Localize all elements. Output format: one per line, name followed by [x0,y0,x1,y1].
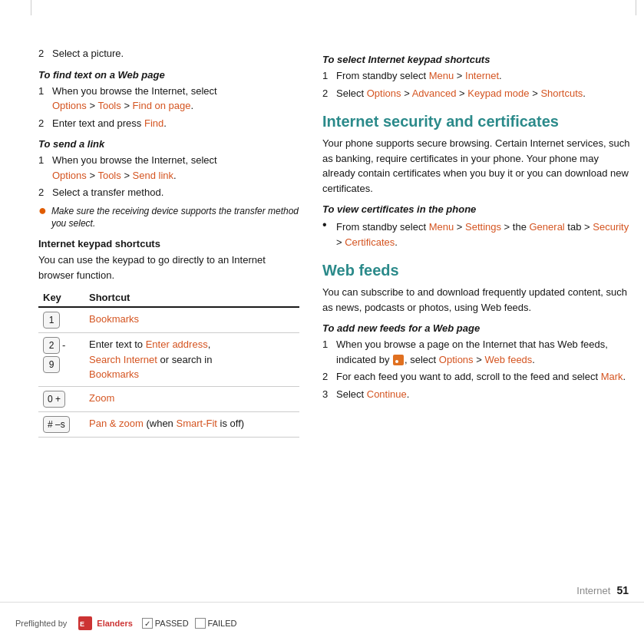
page: 2 Select a picture. To find text on a We… [0,0,644,644]
find-text-title: To find text on a Web page [38,69,299,81]
find-step-1: 1 When you browse the Internet, select O… [38,84,299,114]
bullet-icon: • [322,218,332,249]
warning-note: ● Make sure the receiving device support… [38,205,299,231]
security-link[interactable]: Security [593,221,629,233]
col-key: Key [38,289,84,307]
find-on-page-link[interactable]: Find on page [133,100,191,111]
note-text: Make sure the receiving device supports … [51,205,299,231]
key-badge: 9 [43,356,60,373]
left-column: 2 Select a picture. To find text on a We… [38,46,299,598]
tools-link[interactable]: Tools [97,100,121,111]
failed-checkbox [195,618,206,629]
svg-text:E: E [80,620,84,628]
select-step-1: 1 From standby select Menu > Internet. [322,68,632,84]
general-link[interactable]: General [530,221,565,233]
key-badge: 2 [43,337,60,354]
settings-link[interactable]: Settings [465,221,501,233]
step-number: 2 [38,185,49,200]
mark-link[interactable]: Mark [601,371,623,382]
failed-badge: FAILED [195,618,237,629]
table-row: 1 Bookmarks [38,307,299,333]
send-link-title: To send a link [38,138,299,150]
view-certs-title: To view certificates in the phone [322,203,632,215]
shortcuts-link[interactable]: Shortcuts [540,88,583,99]
menu-link[interactable]: Menu [429,221,454,233]
page-number-area: Internet 51 [576,584,629,596]
keypad-mode-link[interactable]: Keypad mode [467,88,529,99]
passed-label: PASSED [155,619,189,628]
key-cell: 0 + [38,386,84,411]
send-step-1: 1 When you browse the Internet, select O… [38,153,299,183]
top-mark-right [636,0,636,15]
send-step-2: 2 Select a transfer method. [38,185,299,200]
passed-checkbox: ✓ [142,618,153,629]
step-number: 2 [38,46,49,61]
add-feeds-title: To add new feeds for a Web page [322,322,632,334]
step-text: Select a transfer method. [52,185,299,200]
table-row: 2 - 9 Enter text to Enter address, Searc… [38,333,299,387]
step-2-select-picture: 2 Select a picture. [38,46,299,61]
step-number: 1 [38,84,49,114]
key-cell: 2 - 9 [38,333,84,387]
table-row: 0 + Zoom [38,386,299,411]
menu-link[interactable]: Menu [429,70,454,81]
find-link[interactable]: Find [144,117,163,129]
section-label: Internet [576,585,610,596]
bookmarks-link[interactable]: Bookmarks [89,313,139,325]
continue-link[interactable]: Continue [367,388,407,400]
zoom-link[interactable]: Zoom [89,392,114,404]
internet-security-heading: Internet security and certificates [322,111,632,131]
keypad-body: You can use the keypad to go directly to… [38,253,299,282]
step-text: Select Continue. [336,387,632,402]
step-text: From standby select Menu > Internet. [336,68,632,84]
preflight-label: Preflighted by E Elanders [15,616,133,630]
key-cell: # –s [38,411,84,437]
search-internet-link[interactable]: Search Internet [89,354,157,365]
table-row: # –s Pan & zoom (when Smart-Fit is off) [38,411,299,437]
table-header-row: Key Shortcut [38,289,299,307]
shortcut-cell: Enter text to Enter address, Search Inte… [84,333,299,387]
tools-link[interactable]: Tools [97,170,121,181]
web-feeds-link[interactable]: Web feeds [484,354,532,365]
add-step-3: 3 Select Continue. [322,387,632,402]
shortcut-cell: Pan & zoom (when Smart-Fit is off) [84,411,299,437]
add-step-1: 1 When you browse a page on the Internet… [322,337,632,367]
smart-fit-link[interactable]: Smart-Fit [176,418,216,429]
failed-label: FAILED [208,619,237,628]
view-certs-bullet: • From standby select Menu > Settings > … [322,220,632,249]
select-shortcuts-title: To select Internet keypad shortcuts [322,54,632,65]
web-feeds-heading: Web feeds [322,260,632,280]
keypad-title: Internet keypad shortcuts [38,238,299,249]
top-mark-left [31,0,31,15]
step-number: 3 [322,387,333,402]
send-link-link[interactable]: Send link [133,170,173,181]
options-link[interactable]: Options [439,354,474,365]
step-text: When you browse the Internet, select Opt… [52,84,299,114]
col-shortcut: Shortcut [84,289,299,307]
options-link[interactable]: Options [52,170,87,181]
key-cell: 1 [38,307,84,333]
advanced-link[interactable]: Advanced [412,88,457,99]
bullet-text: From standby select Menu > Settings > th… [336,220,632,249]
step-number: 1 [322,337,333,367]
step-number: 2 [38,116,49,131]
bookmarks-link2[interactable]: Bookmarks [89,368,139,380]
shortcut-cell: Bookmarks [84,307,299,333]
step-text: Enter text and press Find. [52,116,299,131]
enter-address-link[interactable]: Enter address [146,339,208,350]
step-text: For each feed you want to add, scroll to… [336,369,632,385]
step-number: 2 [322,86,333,101]
key-row: 2 - [43,337,80,354]
options-link[interactable]: Options [52,100,87,111]
elanders-icon: E [78,616,92,630]
pan-zoom-link[interactable]: Pan & zoom [89,418,144,429]
internet-link[interactable]: Internet [465,70,499,81]
step-number: 1 [38,153,49,183]
web-feeds-body: You can subscribe to and download freque… [322,285,632,315]
passed-badge: ✓ PASSED [142,618,189,629]
shortcut-cell: Zoom [84,386,299,411]
warning-icon: ● [38,203,47,231]
certificates-link[interactable]: Certificates [345,236,395,248]
options-link[interactable]: Options [367,88,401,99]
bottom-bar: Preflighted by E Elanders ✓ PASSED FAILE… [0,602,644,644]
